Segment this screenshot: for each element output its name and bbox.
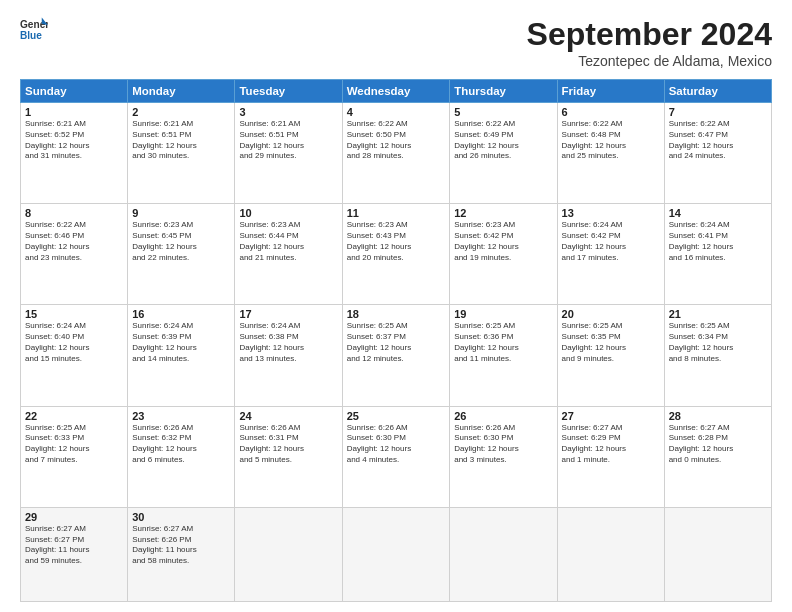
- day-detail: Sunrise: 6:27 AM Sunset: 6:26 PM Dayligh…: [132, 524, 230, 567]
- col-sunday: Sunday: [21, 80, 128, 103]
- table-cell: 3Sunrise: 6:21 AM Sunset: 6:51 PM Daylig…: [235, 103, 342, 204]
- table-cell: 15Sunrise: 6:24 AM Sunset: 6:40 PM Dayli…: [21, 305, 128, 406]
- table-cell: 5Sunrise: 6:22 AM Sunset: 6:49 PM Daylig…: [450, 103, 557, 204]
- table-cell: [235, 507, 342, 601]
- table-cell: 27Sunrise: 6:27 AM Sunset: 6:29 PM Dayli…: [557, 406, 664, 507]
- table-cell: 25Sunrise: 6:26 AM Sunset: 6:30 PM Dayli…: [342, 406, 450, 507]
- day-number: 17: [239, 308, 337, 320]
- day-number: 12: [454, 207, 552, 219]
- table-cell: 9Sunrise: 6:23 AM Sunset: 6:45 PM Daylig…: [128, 204, 235, 305]
- day-detail: Sunrise: 6:27 AM Sunset: 6:27 PM Dayligh…: [25, 524, 123, 567]
- day-number: 23: [132, 410, 230, 422]
- calendar-table: Sunday Monday Tuesday Wednesday Thursday…: [20, 79, 772, 602]
- week-row-1: 1Sunrise: 6:21 AM Sunset: 6:52 PM Daylig…: [21, 103, 772, 204]
- page: General Blue September 2024 Tezontepec d…: [0, 0, 792, 612]
- col-thursday: Thursday: [450, 80, 557, 103]
- day-detail: Sunrise: 6:25 AM Sunset: 6:33 PM Dayligh…: [25, 423, 123, 466]
- week-row-5: 29Sunrise: 6:27 AM Sunset: 6:27 PM Dayli…: [21, 507, 772, 601]
- day-detail: Sunrise: 6:22 AM Sunset: 6:46 PM Dayligh…: [25, 220, 123, 263]
- day-detail: Sunrise: 6:22 AM Sunset: 6:48 PM Dayligh…: [562, 119, 660, 162]
- day-detail: Sunrise: 6:22 AM Sunset: 6:47 PM Dayligh…: [669, 119, 767, 162]
- day-detail: Sunrise: 6:21 AM Sunset: 6:52 PM Dayligh…: [25, 119, 123, 162]
- header: General Blue September 2024 Tezontepec d…: [20, 16, 772, 69]
- day-number: 3: [239, 106, 337, 118]
- day-number: 11: [347, 207, 446, 219]
- day-detail: Sunrise: 6:26 AM Sunset: 6:30 PM Dayligh…: [347, 423, 446, 466]
- day-detail: Sunrise: 6:25 AM Sunset: 6:34 PM Dayligh…: [669, 321, 767, 364]
- day-number: 28: [669, 410, 767, 422]
- header-row: Sunday Monday Tuesday Wednesday Thursday…: [21, 80, 772, 103]
- table-cell: 19Sunrise: 6:25 AM Sunset: 6:36 PM Dayli…: [450, 305, 557, 406]
- day-detail: Sunrise: 6:25 AM Sunset: 6:35 PM Dayligh…: [562, 321, 660, 364]
- table-cell: 1Sunrise: 6:21 AM Sunset: 6:52 PM Daylig…: [21, 103, 128, 204]
- day-detail: Sunrise: 6:23 AM Sunset: 6:45 PM Dayligh…: [132, 220, 230, 263]
- day-detail: Sunrise: 6:24 AM Sunset: 6:40 PM Dayligh…: [25, 321, 123, 364]
- day-number: 22: [25, 410, 123, 422]
- day-detail: Sunrise: 6:23 AM Sunset: 6:44 PM Dayligh…: [239, 220, 337, 263]
- day-detail: Sunrise: 6:26 AM Sunset: 6:32 PM Dayligh…: [132, 423, 230, 466]
- day-detail: Sunrise: 6:24 AM Sunset: 6:42 PM Dayligh…: [562, 220, 660, 263]
- table-cell: 20Sunrise: 6:25 AM Sunset: 6:35 PM Dayli…: [557, 305, 664, 406]
- day-detail: Sunrise: 6:22 AM Sunset: 6:50 PM Dayligh…: [347, 119, 446, 162]
- day-number: 5: [454, 106, 552, 118]
- table-cell: 14Sunrise: 6:24 AM Sunset: 6:41 PM Dayli…: [664, 204, 771, 305]
- col-wednesday: Wednesday: [342, 80, 450, 103]
- day-number: 19: [454, 308, 552, 320]
- day-detail: Sunrise: 6:27 AM Sunset: 6:28 PM Dayligh…: [669, 423, 767, 466]
- day-detail: Sunrise: 6:23 AM Sunset: 6:42 PM Dayligh…: [454, 220, 552, 263]
- day-number: 20: [562, 308, 660, 320]
- table-cell: [664, 507, 771, 601]
- logo: General Blue: [20, 16, 48, 44]
- day-number: 15: [25, 308, 123, 320]
- title-block: September 2024 Tezontepec de Aldama, Mex…: [527, 16, 772, 69]
- table-cell: 13Sunrise: 6:24 AM Sunset: 6:42 PM Dayli…: [557, 204, 664, 305]
- table-cell: 8Sunrise: 6:22 AM Sunset: 6:46 PM Daylig…: [21, 204, 128, 305]
- table-cell: 30Sunrise: 6:27 AM Sunset: 6:26 PM Dayli…: [128, 507, 235, 601]
- day-number: 16: [132, 308, 230, 320]
- day-detail: Sunrise: 6:26 AM Sunset: 6:30 PM Dayligh…: [454, 423, 552, 466]
- day-detail: Sunrise: 6:25 AM Sunset: 6:37 PM Dayligh…: [347, 321, 446, 364]
- day-number: 6: [562, 106, 660, 118]
- table-cell: 26Sunrise: 6:26 AM Sunset: 6:30 PM Dayli…: [450, 406, 557, 507]
- day-number: 4: [347, 106, 446, 118]
- week-row-2: 8Sunrise: 6:22 AM Sunset: 6:46 PM Daylig…: [21, 204, 772, 305]
- day-number: 29: [25, 511, 123, 523]
- day-number: 7: [669, 106, 767, 118]
- table-cell: 12Sunrise: 6:23 AM Sunset: 6:42 PM Dayli…: [450, 204, 557, 305]
- day-detail: Sunrise: 6:24 AM Sunset: 6:41 PM Dayligh…: [669, 220, 767, 263]
- logo-icon: General Blue: [20, 16, 48, 44]
- table-cell: 21Sunrise: 6:25 AM Sunset: 6:34 PM Dayli…: [664, 305, 771, 406]
- col-tuesday: Tuesday: [235, 80, 342, 103]
- table-cell: 28Sunrise: 6:27 AM Sunset: 6:28 PM Dayli…: [664, 406, 771, 507]
- table-cell: [342, 507, 450, 601]
- col-friday: Friday: [557, 80, 664, 103]
- table-cell: 7Sunrise: 6:22 AM Sunset: 6:47 PM Daylig…: [664, 103, 771, 204]
- day-number: 2: [132, 106, 230, 118]
- week-row-3: 15Sunrise: 6:24 AM Sunset: 6:40 PM Dayli…: [21, 305, 772, 406]
- day-number: 30: [132, 511, 230, 523]
- day-number: 26: [454, 410, 552, 422]
- day-detail: Sunrise: 6:22 AM Sunset: 6:49 PM Dayligh…: [454, 119, 552, 162]
- table-cell: 11Sunrise: 6:23 AM Sunset: 6:43 PM Dayli…: [342, 204, 450, 305]
- day-number: 27: [562, 410, 660, 422]
- day-number: 1: [25, 106, 123, 118]
- day-detail: Sunrise: 6:24 AM Sunset: 6:39 PM Dayligh…: [132, 321, 230, 364]
- table-cell: 17Sunrise: 6:24 AM Sunset: 6:38 PM Dayli…: [235, 305, 342, 406]
- col-saturday: Saturday: [664, 80, 771, 103]
- svg-text:Blue: Blue: [20, 30, 42, 41]
- table-cell: [450, 507, 557, 601]
- table-cell: 24Sunrise: 6:26 AM Sunset: 6:31 PM Dayli…: [235, 406, 342, 507]
- day-number: 21: [669, 308, 767, 320]
- day-number: 13: [562, 207, 660, 219]
- day-detail: Sunrise: 6:21 AM Sunset: 6:51 PM Dayligh…: [132, 119, 230, 162]
- day-number: 9: [132, 207, 230, 219]
- day-number: 24: [239, 410, 337, 422]
- col-monday: Monday: [128, 80, 235, 103]
- day-detail: Sunrise: 6:27 AM Sunset: 6:29 PM Dayligh…: [562, 423, 660, 466]
- day-number: 25: [347, 410, 446, 422]
- table-cell: 23Sunrise: 6:26 AM Sunset: 6:32 PM Dayli…: [128, 406, 235, 507]
- table-cell: 6Sunrise: 6:22 AM Sunset: 6:48 PM Daylig…: [557, 103, 664, 204]
- week-row-4: 22Sunrise: 6:25 AM Sunset: 6:33 PM Dayli…: [21, 406, 772, 507]
- day-detail: Sunrise: 6:23 AM Sunset: 6:43 PM Dayligh…: [347, 220, 446, 263]
- month-title: September 2024: [527, 16, 772, 53]
